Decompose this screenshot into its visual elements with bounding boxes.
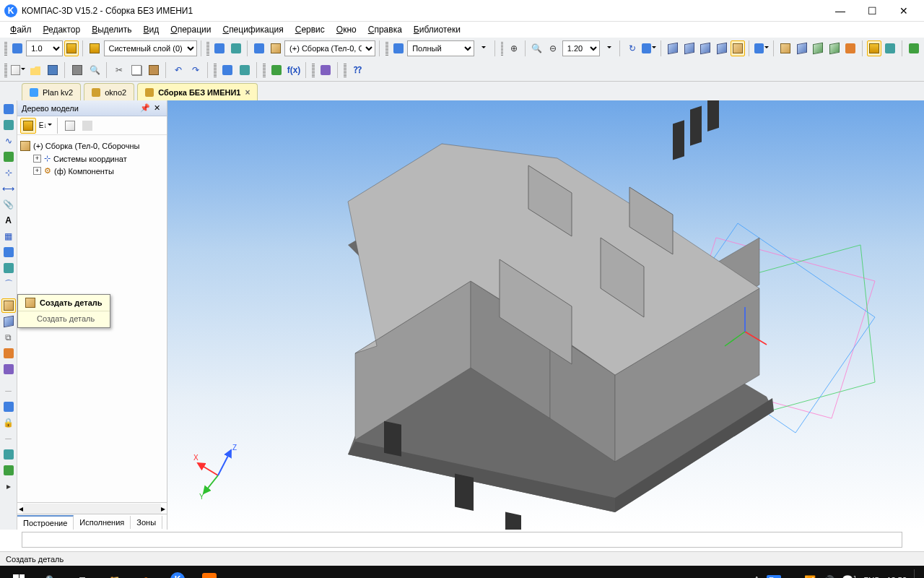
hide-button[interactable] bbox=[811, 40, 826, 56]
tray-network-icon[interactable]: 📶 bbox=[804, 575, 816, 579]
assembly-combo[interactable]: (+) Сборка (Тел-0, С bbox=[284, 40, 375, 56]
toolbar-grip[interactable] bbox=[4, 41, 7, 56]
tray-up-icon[interactable]: ˄ bbox=[754, 575, 759, 579]
3d-viewport[interactable]: X Y Z bbox=[167, 100, 924, 530]
show-button[interactable] bbox=[827, 40, 842, 56]
tree-struct-button[interactable]: E↓ bbox=[38, 118, 53, 134]
doc-button-2[interactable] bbox=[229, 40, 244, 56]
open-button[interactable] bbox=[27, 62, 43, 78]
toolbar-grip[interactable] bbox=[344, 63, 346, 77]
shaded-edges-button[interactable] bbox=[714, 40, 729, 56]
copy-button[interactable] bbox=[128, 62, 144, 78]
doc-button-1[interactable] bbox=[212, 40, 227, 56]
maximize-button[interactable]: ☐ bbox=[856, 1, 888, 21]
section-button[interactable] bbox=[778, 40, 793, 56]
rail-expand-button[interactable]: ▸ bbox=[1, 479, 16, 493]
show-desktop[interactable] bbox=[914, 569, 918, 578]
scene-button[interactable] bbox=[843, 40, 858, 56]
rail-point-button[interactable]: ⊹ bbox=[1, 165, 16, 180]
rail-aux-4[interactable] bbox=[1, 463, 16, 478]
orient-button[interactable] bbox=[641, 40, 657, 56]
hlr-button[interactable] bbox=[681, 40, 697, 56]
panel-tab-zones[interactable]: Зоны bbox=[131, 516, 162, 529]
undo-button[interactable]: ↶ bbox=[170, 62, 186, 78]
menu-libraries[interactable]: Библиотеки bbox=[409, 23, 465, 36]
print-button[interactable] bbox=[69, 62, 85, 78]
rail-create-part-button[interactable] bbox=[1, 298, 16, 313]
close-panel-icon[interactable]: ✕ bbox=[151, 103, 162, 114]
menu-operations[interactable]: Операции bbox=[166, 23, 215, 36]
rail-hole-button[interactable] bbox=[1, 261, 16, 275]
rail-aux-2[interactable]: 🔒 bbox=[1, 415, 16, 430]
minimize-button[interactable]: — bbox=[824, 1, 856, 21]
rail-constraint-button[interactable]: 📎 bbox=[1, 197, 16, 212]
rail-surface-button[interactable] bbox=[1, 150, 16, 164]
app-taskbar[interactable] bbox=[193, 566, 225, 578]
display-mode-combo[interactable]: Полный bbox=[407, 40, 474, 56]
toolbar-grip[interactable] bbox=[501, 41, 504, 56]
panel-hscroll[interactable]: ◂ ▸ bbox=[17, 502, 167, 514]
search-button[interactable]: 🔍 bbox=[35, 566, 66, 578]
orientation-axes[interactable]: X Y Z bbox=[189, 443, 247, 501]
highlight-button[interactable] bbox=[867, 40, 882, 56]
expand-icon[interactable]: + bbox=[33, 167, 41, 175]
menu-file[interactable]: Файл bbox=[6, 23, 36, 36]
cut-button[interactable]: ✂ bbox=[111, 62, 127, 78]
layer-combo[interactable]: Системный слой (0) bbox=[104, 40, 197, 56]
kompas-taskbar[interactable]: K bbox=[162, 566, 193, 578]
vars-button[interactable] bbox=[269, 62, 284, 78]
close-button[interactable]: ✕ bbox=[888, 1, 920, 21]
tray-lang-short[interactable]: Ru bbox=[767, 575, 781, 578]
render-button[interactable] bbox=[391, 40, 406, 56]
toolbar-grip[interactable] bbox=[385, 41, 388, 56]
zoom-dropdown[interactable] bbox=[601, 40, 616, 56]
toolbar-grip[interactable] bbox=[214, 63, 217, 77]
zoom-combo[interactable]: 1.20 bbox=[562, 40, 600, 56]
menu-specification[interactable]: Спецификация bbox=[218, 23, 287, 36]
tray-action-icon[interactable]: ▭ bbox=[788, 575, 797, 579]
tree-coord-node[interactable]: + ⊹ Системы координат bbox=[33, 152, 164, 165]
shaded-button[interactable] bbox=[698, 40, 713, 56]
scale-combo[interactable]: 1.0 bbox=[26, 40, 62, 56]
redo-button[interactable]: ↷ bbox=[188, 62, 204, 78]
manager-button[interactable] bbox=[237, 62, 253, 78]
start-button[interactable] bbox=[3, 566, 35, 578]
expand-icon[interactable]: + bbox=[33, 155, 41, 163]
rail-sketch-button[interactable] bbox=[1, 118, 16, 132]
parts-button[interactable] bbox=[269, 40, 284, 56]
tree-expand-button[interactable] bbox=[62, 118, 78, 134]
menu-editor[interactable]: Редактор bbox=[39, 23, 85, 36]
snap-button[interactable] bbox=[10, 40, 25, 56]
simplify-button[interactable] bbox=[795, 40, 810, 56]
rail-edit-button[interactable] bbox=[1, 102, 16, 116]
panel-tab-configs[interactable]: Исполнения bbox=[74, 516, 131, 529]
wireframe-button[interactable] bbox=[666, 40, 681, 56]
rail-mate-button[interactable]: ⧉ bbox=[1, 330, 16, 345]
zoom-fit-button[interactable]: ⊕ bbox=[506, 40, 521, 56]
toolbar-grip[interactable] bbox=[312, 63, 315, 77]
tab-plan-kv2[interactable]: Plan kv2 bbox=[22, 83, 81, 100]
display-dropdown[interactable] bbox=[476, 40, 491, 56]
paste-button[interactable] bbox=[146, 62, 162, 78]
menu-view[interactable]: Вид bbox=[139, 23, 164, 36]
tree-view-button[interactable] bbox=[20, 118, 36, 134]
close-tab-icon[interactable]: × bbox=[245, 87, 250, 98]
new-button[interactable] bbox=[10, 62, 26, 78]
zoom-window-button[interactable]: 🔍 bbox=[530, 40, 545, 56]
perspective-button[interactable] bbox=[754, 40, 770, 56]
rail-block-button[interactable] bbox=[1, 245, 16, 259]
rail-aux-3[interactable] bbox=[1, 447, 16, 462]
browser-taskbar[interactable]: ◉ bbox=[130, 566, 162, 578]
rail-dimension-button[interactable]: ⟷ bbox=[1, 181, 16, 196]
rail-insert-button[interactable] bbox=[1, 314, 16, 329]
properties-button[interactable] bbox=[219, 62, 235, 78]
preview-button[interactable]: 🔍 bbox=[87, 62, 103, 78]
rail-array-button[interactable] bbox=[1, 362, 16, 376]
tree-root-node[interactable]: (+) Сборка (Тел-0, Сборочны bbox=[20, 139, 164, 152]
tree-collapse-button[interactable] bbox=[79, 118, 95, 134]
realistic-button[interactable] bbox=[731, 40, 746, 56]
save-button[interactable] bbox=[45, 62, 61, 78]
menu-help[interactable]: Справка bbox=[364, 23, 406, 36]
toolbar-grip[interactable] bbox=[263, 63, 266, 77]
menu-window[interactable]: Окно bbox=[332, 23, 361, 36]
